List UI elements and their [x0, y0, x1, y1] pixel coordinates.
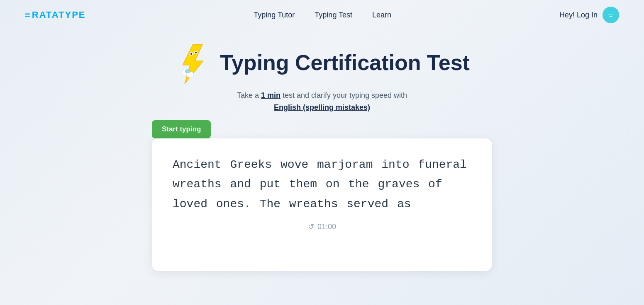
- typing-box[interactable]: Ancient Greeks wove marjoram into funera…: [152, 138, 492, 271]
- subtitle-text: Take a 1 min test and clarify your typin…: [237, 90, 407, 114]
- page-title: Typing Certification Test: [220, 51, 470, 75]
- svg-point-7: [190, 53, 192, 55]
- logo[interactable]: ≡ RATATYPE: [25, 10, 86, 20]
- auth-area: Hey! Log In: [559, 7, 619, 23]
- svg-point-9: [185, 69, 190, 73]
- typing-text: Ancient Greeks wove marjoram into funera…: [173, 155, 471, 214]
- subtitle-block: Take a 1 min test and clarify your typin…: [237, 90, 407, 114]
- nav-typing-test[interactable]: Typing Test: [315, 11, 352, 19]
- typing-area-wrapper: Start typing Ancient Greeks wove marjora…: [152, 120, 492, 271]
- logo-icon: ≡: [25, 10, 29, 20]
- start-btn-row: Start typing: [152, 120, 492, 138]
- subtitle-highlight: 1 min: [261, 91, 281, 99]
- content-area: Typing Certification Test Take a 1 min t…: [152, 42, 492, 271]
- svg-point-8: [195, 52, 197, 53]
- start-typing-button[interactable]: Start typing: [152, 120, 211, 138]
- svg-point-2: [612, 14, 612, 15]
- language-link[interactable]: English (spelling mistakes): [274, 103, 370, 111]
- user-avatar-icon[interactable]: [603, 7, 619, 23]
- subtitle-prefix: Take a: [237, 91, 261, 99]
- main-nav: Typing Tutor Typing Test Learn: [254, 11, 391, 19]
- logo-text: RATATYPE: [32, 10, 86, 20]
- nav-learn[interactable]: Learn: [372, 11, 391, 19]
- nav-typing-tutor[interactable]: Typing Tutor: [254, 11, 295, 19]
- title-row: Typing Certification Test: [174, 42, 470, 84]
- svg-point-1: [609, 14, 610, 15]
- lightning-mascot: [174, 42, 212, 84]
- timer-display: 01:00: [317, 223, 336, 231]
- svg-point-0: [607, 11, 615, 19]
- timer-icon: ↺: [308, 222, 314, 231]
- subtitle-suffix: test and clarify your typing speed with: [281, 91, 407, 99]
- timer-row: ↺ 01:00: [173, 222, 471, 231]
- login-button[interactable]: Hey! Log In: [559, 11, 598, 19]
